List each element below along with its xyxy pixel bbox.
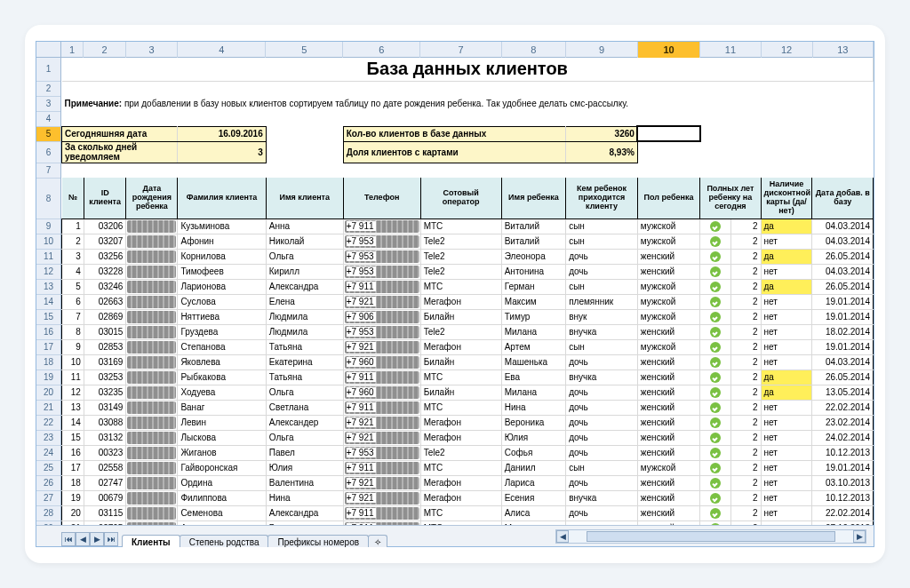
cell-date[interactable]: 04.03.2014 (812, 234, 874, 249)
cell-id[interactable]: 03149 (84, 400, 126, 415)
row-header-22[interactable]: 22 (36, 415, 60, 430)
cells-grid[interactable]: База данных клиентов Примечание: при доб… (61, 58, 874, 525)
cell-age[interactable]: 2 (731, 415, 761, 430)
cell-name[interactable]: Людмила (266, 309, 343, 324)
cell-relation[interactable]: дочь (566, 400, 638, 415)
cell-age[interactable]: 2 (731, 400, 761, 415)
cell-dob[interactable] (126, 460, 178, 475)
cell-name[interactable]: Александра (266, 279, 343, 294)
cell-n[interactable]: 15 (62, 430, 84, 445)
cell-dob[interactable] (126, 490, 178, 505)
cell-date[interactable]: 18.02.2014 (812, 324, 874, 339)
cell-surname[interactable]: Тимофеев (178, 264, 266, 279)
horizontal-scrollbar[interactable]: ◀ ▶ (555, 529, 866, 544)
cell-age[interactable]: 2 (731, 430, 761, 445)
cell-operator[interactable]: Tele2 (420, 249, 501, 264)
cell-relation[interactable]: дочь (566, 354, 638, 369)
cell-surname[interactable]: Степанова (178, 339, 266, 354)
row-header-25[interactable]: 25 (36, 460, 60, 475)
cell-card[interactable]: нет (761, 430, 812, 445)
cell-id[interactable]: 02663 (84, 294, 126, 309)
cell-date[interactable]: 22.02.2014 (812, 400, 874, 415)
cell-child[interactable]: Лариса (501, 475, 565, 490)
cell-card[interactable]: нет (761, 460, 812, 475)
cell-sex[interactable]: мужской (637, 279, 699, 294)
cell-child[interactable]: Есения (501, 490, 565, 505)
cell-n[interactable]: 8 (62, 324, 84, 339)
cell-card[interactable]: нет (761, 339, 812, 354)
cell-child[interactable]: Юлия (501, 430, 565, 445)
tab-nav-prev[interactable]: ◀ (76, 532, 90, 546)
cell-phone[interactable]: +7 911 (343, 369, 420, 385)
cell-surname[interactable]: Кузьминова (178, 219, 266, 234)
cell-operator[interactable]: Мегафон (420, 294, 501, 309)
cell-operator[interactable]: МТС (420, 460, 501, 475)
cell-n[interactable]: 1 (62, 219, 84, 234)
cell-phone[interactable]: +7 906 (343, 309, 420, 324)
cell-operator[interactable]: МТС (420, 219, 501, 234)
cell-child[interactable]: Артем (501, 339, 565, 354)
cell-age[interactable]: 2 (731, 445, 761, 460)
cell-relation[interactable]: дочь (566, 385, 638, 400)
cell-dob[interactable] (126, 430, 178, 445)
cell-n[interactable]: 14 (62, 415, 84, 430)
cell-tick[interactable] (700, 354, 731, 369)
row-header-23[interactable]: 23 (36, 430, 60, 445)
cell-n[interactable]: 18 (62, 475, 84, 490)
cell-sex[interactable]: мужской (637, 460, 699, 475)
cell-sex[interactable]: женский (637, 324, 699, 339)
cell-card[interactable]: да (761, 385, 812, 400)
cell-operator[interactable]: Мегафон (420, 430, 501, 445)
cell-sex[interactable]: женский (637, 400, 699, 415)
cell-phone[interactable]: +7 921 (343, 430, 420, 445)
cell-dob[interactable] (126, 324, 178, 339)
cell-n[interactable]: 13 (62, 400, 84, 415)
cell-n[interactable]: 11 (62, 369, 84, 385)
cell-n[interactable]: 17 (62, 460, 84, 475)
cell-sex[interactable]: мужской (637, 294, 699, 309)
cell-surname[interactable]: Корнилова (178, 249, 266, 264)
cell-tick[interactable] (700, 264, 731, 279)
row-header-7[interactable]: 7 (36, 163, 60, 178)
cell-id[interactable]: 02853 (84, 339, 126, 354)
cell-n[interactable]: 6 (62, 294, 84, 309)
cell-sex[interactable]: женский (637, 490, 699, 505)
cell-child[interactable]: Максим (501, 294, 565, 309)
column-header-6[interactable]: 6 (343, 42, 420, 58)
cell-name[interactable]: Кирилл (266, 264, 343, 279)
cell-surname[interactable]: Ларионова (178, 279, 266, 294)
cell-age[interactable]: 2 (731, 505, 761, 520)
cell-surname[interactable]: Ордина (178, 475, 266, 490)
cell-n[interactable]: 10 (62, 354, 84, 369)
cell-name[interactable]: Александра (266, 505, 343, 520)
cell-surname[interactable]: Ходуева (178, 385, 266, 400)
column-header-4[interactable]: 4 (177, 42, 265, 58)
cell-tick[interactable] (700, 324, 731, 339)
cell-name[interactable]: Татьяна (266, 339, 343, 354)
cell-relation[interactable]: дочь (566, 264, 638, 279)
cell-id[interactable]: 03235 (84, 385, 126, 400)
cell-operator[interactable]: Tele2 (420, 264, 501, 279)
row-header-17[interactable]: 17 (36, 339, 60, 354)
cell-card[interactable]: нет (761, 475, 812, 490)
cell-phone[interactable]: +7 911 (343, 505, 420, 520)
cell-tick[interactable] (700, 475, 731, 490)
cell-child[interactable]: Софья (501, 445, 565, 460)
cell-name[interactable]: Ольга (266, 385, 343, 400)
cell-phone[interactable]: +7 921 (343, 490, 420, 505)
scrollbar-thumb[interactable] (587, 531, 835, 542)
cell-phone[interactable]: +7 960 (343, 385, 420, 400)
cell-relation[interactable]: племянник (566, 294, 638, 309)
cell-card[interactable]: нет (761, 234, 812, 249)
cell-id[interactable]: 03015 (84, 324, 126, 339)
cell-n[interactable]: 3 (62, 249, 84, 264)
cell-id[interactable]: 03132 (84, 430, 126, 445)
cell-age[interactable]: 2 (731, 264, 761, 279)
cell-n[interactable]: 5 (62, 279, 84, 294)
cell-child[interactable]: Тимур (501, 309, 565, 324)
column-header-10[interactable]: 10 (637, 42, 699, 58)
cell-child[interactable]: Милана (501, 324, 565, 339)
cell-age[interactable]: 2 (731, 369, 761, 385)
cell-operator[interactable]: Билайн (420, 354, 501, 369)
cell-sex[interactable]: женский (637, 369, 699, 385)
